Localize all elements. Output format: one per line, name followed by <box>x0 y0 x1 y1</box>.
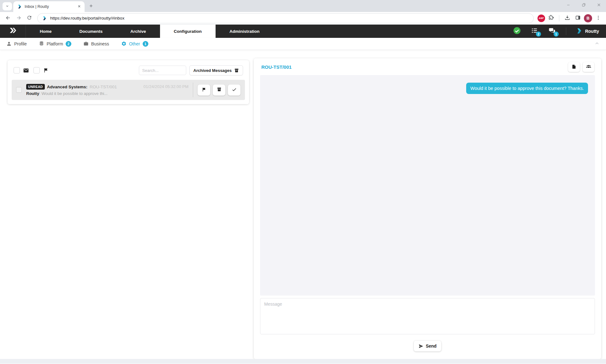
adblock-label: ABP <box>539 17 544 20</box>
browser-toolbar: https://dev.routty.be/portal/routty/#inb… <box>0 12 606 25</box>
routty-favicon-icon <box>42 16 47 21</box>
subnav-item-other[interactable]: Other 1 <box>121 41 148 47</box>
nav-item-home[interactable]: Home <box>26 25 66 38</box>
side-panel-icon <box>575 15 581 21</box>
nav-item-administration[interactable]: Administration <box>216 25 273 38</box>
flag-icon <box>201 87 206 93</box>
subnav-item-label: Other <box>129 41 140 46</box>
restore-icon <box>581 3 586 8</box>
subnav-item-label: Profile <box>14 41 27 46</box>
message-content: UNREAD Advanced Systems: ROU-TST/001 Rou… <box>26 84 139 96</box>
extensions-button[interactable] <box>546 14 556 23</box>
flag-icon[interactable] <box>43 68 49 73</box>
subnav: Profile Platform 2 Business Other 1 <box>0 38 606 50</box>
message-actions <box>198 85 241 96</box>
forward-button[interactable] <box>14 14 23 23</box>
status-ok-indicator[interactable] <box>513 27 521 35</box>
back-button[interactable] <box>3 14 13 23</box>
view-document-button[interactable] <box>568 62 580 72</box>
send-row: Send <box>254 334 601 359</box>
kebab-menu-icon <box>596 15 601 21</box>
screen: Inbox | Routty <box>0 0 606 364</box>
preview-author: Routty <box>26 91 39 96</box>
approve-message-button[interactable] <box>228 85 241 96</box>
tab-close-button[interactable] <box>76 4 82 9</box>
brand[interactable]: Routty <box>576 27 599 35</box>
routty-bolt-icon <box>9 26 17 36</box>
message-list-item[interactable]: UNREAD Advanced Systems: ROU-TST/001 Rou… <box>12 80 245 100</box>
side-panel-button[interactable] <box>573 14 583 23</box>
subnav-item-platform[interactable]: Platform 2 <box>39 41 71 47</box>
routty-favicon-icon <box>17 4 22 9</box>
nav-item-documents[interactable]: Documents <box>66 25 117 38</box>
tasks-button[interactable]: 2 <box>531 27 539 35</box>
browser-tab-inbox[interactable]: Inbox | Routty <box>13 1 85 12</box>
platform-count-badge: 2 <box>66 41 71 47</box>
search-input[interactable] <box>139 66 186 75</box>
close-window-button[interactable] <box>595 1 603 9</box>
avatar-initial: B <box>586 16 589 21</box>
message-input[interactable] <box>260 298 595 334</box>
reload-icon <box>27 15 32 21</box>
conversation-thread: Would it be possible to approve this doc… <box>260 75 595 296</box>
select-all-read-checkbox[interactable] <box>14 67 20 73</box>
archive-message-button[interactable] <box>213 85 225 96</box>
reload-button[interactable] <box>25 14 34 23</box>
unread-badge: UNREAD <box>26 84 45 90</box>
browser-profile-avatar[interactable]: B <box>584 14 592 22</box>
users-group-icon <box>586 64 591 70</box>
nav-item-label: Home <box>40 29 52 34</box>
downloads-button[interactable] <box>562 14 572 23</box>
send-button[interactable]: Send <box>414 341 441 351</box>
message-reference: ROU-TST/001 <box>90 85 117 89</box>
paper-plane-icon <box>419 344 423 349</box>
brand-label: Routty <box>585 29 599 34</box>
other-count-badge: 1 <box>143 41 148 47</box>
archived-messages-button[interactable]: Archived Messages <box>189 65 243 75</box>
flag-message-button[interactable] <box>198 85 210 96</box>
conversation-header: ROU-TST/001 <box>254 58 601 75</box>
puzzle-icon <box>548 15 554 21</box>
nav-item-label: Configuration <box>174 29 202 34</box>
nav-item-configuration[interactable]: Configuration <box>160 25 216 38</box>
adblock-extension-icon[interactable]: ABP <box>538 15 545 22</box>
url-bar[interactable]: https://dev.routty.be/portal/routty/#inb… <box>37 13 534 23</box>
nav-separator <box>566 27 566 35</box>
arrow-right-icon <box>16 15 22 22</box>
close-icon <box>597 3 601 8</box>
restore-button[interactable] <box>579 1 588 9</box>
archive-icon <box>234 68 239 73</box>
tab-search-button[interactable] <box>3 2 12 10</box>
nav-item-archive[interactable]: Archive <box>116 25 160 38</box>
new-tab-button[interactable] <box>86 2 95 11</box>
nav-right: 2 1 Routty <box>513 25 606 38</box>
messages-button[interactable]: 1 <box>548 27 556 35</box>
envelope-icon[interactable] <box>23 68 29 73</box>
browser-menu-button[interactable] <box>593 14 603 23</box>
close-icon <box>77 4 81 9</box>
select-all-flag-checkbox[interactable] <box>33 67 40 73</box>
routty-bolt-icon <box>576 27 583 35</box>
participants-button[interactable] <box>583 62 594 72</box>
main-content: Archived Messages UNREAD Advanced System… <box>0 50 606 359</box>
nav-item-label: Administration <box>229 29 259 34</box>
preview-text: : Would it be possible to approve thi... <box>39 91 108 96</box>
database-icon <box>39 41 44 46</box>
subnav-collapse-button[interactable] <box>594 41 600 47</box>
subnav-item-profile[interactable]: Profile <box>6 41 27 46</box>
check-icon <box>232 87 237 93</box>
message-preview: Routty: Would it be possible to approve … <box>26 91 139 96</box>
message-checkbox[interactable] <box>16 87 22 93</box>
subnav-item-business[interactable]: Business <box>83 41 109 46</box>
check-circle-icon <box>513 27 521 36</box>
subnav-item-label: Platform <box>47 41 63 46</box>
app-logo[interactable] <box>0 25 26 38</box>
minimize-button[interactable] <box>564 1 573 9</box>
subnav-item-label: Business <box>91 41 109 46</box>
message-timestamp: 01/24/2024 05:32:00 PM <box>144 84 188 89</box>
chat-message-bubble: Would it be possible to approve this doc… <box>466 83 588 94</box>
conversation-title: ROU-TST/001 <box>261 64 568 70</box>
nav-item-label: Archive <box>130 29 146 34</box>
document-icon <box>572 64 576 70</box>
url-text: https://dev.routty.be/portal/routty/#inb… <box>50 16 124 21</box>
